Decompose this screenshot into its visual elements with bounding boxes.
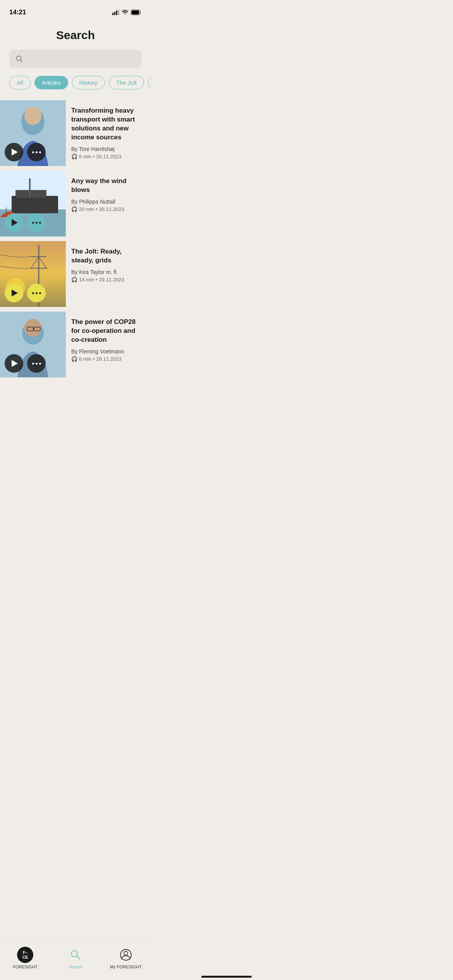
article-author: By Kira Taylor m. fl. xyxy=(71,269,145,275)
duration: 14 min xyxy=(79,277,94,283)
article-card: The power of COP28 for co-operation and … xyxy=(0,312,151,377)
article-info: Any way the wind blows By Philippa Nutta… xyxy=(66,171,151,236)
article-info: Transforming heavy transport with smart … xyxy=(66,100,151,166)
article-author: By Fleming Voetmann xyxy=(71,348,145,355)
page-title: Search xyxy=(0,19,151,50)
wifi-icon xyxy=(122,10,129,15)
more-button[interactable] xyxy=(27,143,46,161)
article-meta: 🎧 6 min • 29.11.2023 xyxy=(71,356,145,362)
play-icon xyxy=(12,219,18,226)
play-icon xyxy=(12,149,18,156)
more-icon xyxy=(32,292,41,294)
article-card: The Jolt: Ready, steady, grids By Kira T… xyxy=(0,241,151,307)
article-thumbnail xyxy=(0,241,66,307)
separator: • xyxy=(96,206,98,212)
date: 29.11.2023 xyxy=(96,356,121,362)
play-button[interactable] xyxy=(5,284,23,302)
article-meta: 🎧 20 min • 30.11.2023 xyxy=(71,206,145,212)
svg-rect-5 xyxy=(132,10,139,14)
play-button[interactable] xyxy=(5,143,23,161)
date: 30.11.2023 xyxy=(99,206,124,212)
thumb-controls xyxy=(5,213,46,232)
thumb-controls xyxy=(5,354,46,373)
status-bar: 14:21 xyxy=(0,0,151,19)
svg-rect-3 xyxy=(118,10,119,15)
article-card: Any way the wind blows By Philippa Nutta… xyxy=(0,171,151,236)
svg-rect-0 xyxy=(112,13,113,15)
headphones-icon: 🎧 xyxy=(71,356,77,362)
filter-history[interactable]: History xyxy=(72,76,105,89)
more-button[interactable] xyxy=(27,354,46,373)
search-input[interactable] xyxy=(27,55,136,63)
duration: 20 min xyxy=(79,206,94,212)
status-icons xyxy=(112,10,142,15)
thumb-controls xyxy=(5,143,46,161)
play-icon xyxy=(12,290,18,296)
article-thumbnail xyxy=(0,171,66,236)
filter-authors[interactable]: Authors xyxy=(148,76,151,89)
svg-rect-14 xyxy=(12,196,58,213)
battery-icon xyxy=(131,10,142,15)
article-thumbnail xyxy=(0,100,66,166)
article-title: Transforming heavy transport with smart … xyxy=(71,106,145,142)
date: 30.11.2023 xyxy=(96,154,121,159)
duration: 6 min xyxy=(79,154,91,159)
filter-the-jolt[interactable]: The Jolt xyxy=(109,76,144,89)
duration: 6 min xyxy=(79,356,91,362)
separator: • xyxy=(93,154,95,159)
article-thumbnail xyxy=(0,312,66,377)
svg-rect-1 xyxy=(114,12,115,15)
search-icon xyxy=(15,55,23,63)
article-author: By Tore Harritshøj xyxy=(71,146,145,152)
separator: • xyxy=(96,277,98,283)
article-card: Transforming heavy transport with smart … xyxy=(0,100,151,166)
separator: • xyxy=(93,356,95,362)
filter-row: All Articles History The Jolt Authors Se… xyxy=(0,76,151,97)
more-icon xyxy=(32,363,41,365)
more-button[interactable] xyxy=(27,284,46,302)
play-button[interactable] xyxy=(5,354,23,373)
article-title: The Jolt: Ready, steady, grids xyxy=(71,247,145,265)
svg-line-7 xyxy=(21,60,22,62)
filter-articles[interactable]: Articles xyxy=(34,76,68,89)
article-meta: 🎧 14 min • 29.11.2023 xyxy=(71,277,145,283)
article-title: Any way the wind blows xyxy=(71,177,145,195)
signal-icon xyxy=(112,10,119,15)
play-icon xyxy=(12,360,18,367)
article-author: By Philippa Nuttall xyxy=(71,199,145,205)
svg-point-10 xyxy=(24,106,41,125)
date: 29.11.2023 xyxy=(99,277,124,283)
svg-rect-15 xyxy=(15,190,46,198)
search-bar[interactable] xyxy=(9,50,142,68)
svg-rect-16 xyxy=(29,178,31,198)
more-button[interactable] xyxy=(27,213,46,232)
thumb-controls xyxy=(5,284,46,302)
headphones-icon: 🎧 xyxy=(71,277,77,283)
article-list: Transforming heavy transport with smart … xyxy=(0,97,151,385)
svg-rect-2 xyxy=(116,10,117,15)
article-meta: 🎧 6 min • 30.11.2023 xyxy=(71,154,145,159)
article-title: The power of COP28 for co-operation and … xyxy=(71,318,145,344)
headphones-icon: 🎧 xyxy=(71,154,77,159)
filter-all[interactable]: All xyxy=(9,76,31,89)
headphones-icon: 🎧 xyxy=(71,206,77,212)
play-button[interactable] xyxy=(5,213,23,232)
status-time: 14:21 xyxy=(9,9,26,16)
article-info: The Jolt: Ready, steady, grids By Kira T… xyxy=(66,241,151,307)
more-icon xyxy=(32,222,41,224)
article-info: The power of COP28 for co-operation and … xyxy=(66,312,151,377)
more-icon xyxy=(32,151,41,153)
